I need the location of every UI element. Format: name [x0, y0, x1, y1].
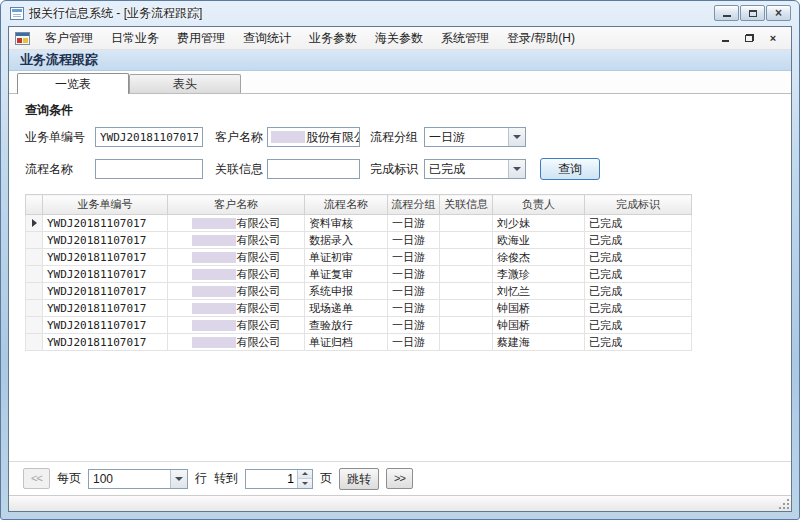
tab-header[interactable]: 表头: [129, 74, 241, 93]
table-row[interactable]: YWDJ20181107017 有限公司 数据录入 一日游 欧海业 已完成: [26, 232, 692, 249]
page-number-stepper[interactable]: [245, 469, 313, 489]
cell-customer-text: 有限公司: [237, 319, 281, 331]
mdi-minimize-button[interactable]: [717, 31, 733, 45]
table-row[interactable]: YWDJ20181107017 有限公司 单证初审 一日游 徐俊杰 已完成: [26, 249, 692, 266]
tab-overview[interactable]: 一览表: [17, 73, 129, 94]
per-page-value: 100: [89, 472, 170, 486]
menu-item-query-stats[interactable]: 查询统计: [234, 27, 300, 50]
cell-owner: 欧海业: [493, 232, 585, 249]
customer-name-label: 客户名称: [215, 129, 267, 146]
window-title: 报关行信息系统 - [业务流程跟踪]: [29, 5, 202, 22]
prev-page-button[interactable]: <<: [23, 468, 50, 489]
spin-up-button[interactable]: [298, 470, 312, 480]
cell-process-name: 单证复审: [305, 266, 388, 283]
page-number-input[interactable]: [246, 470, 297, 488]
column-header-status[interactable]: 完成标识: [585, 195, 692, 215]
related-info-input[interactable]: [267, 159, 360, 179]
order-no-input[interactable]: [95, 127, 203, 147]
status-bar: [9, 495, 791, 511]
cell-owner: 刘忆兰: [493, 283, 585, 300]
column-header-customer[interactable]: 客户名称: [168, 195, 305, 215]
cell-order-no: YWDJ20181107017: [43, 249, 168, 266]
tab-page-overview: 查询条件 业务单编号 客户名称 股份有限公司 流程分组 一日游: [9, 94, 791, 495]
restore-icon: [745, 34, 754, 42]
cell-customer-text: 有限公司: [237, 251, 281, 263]
table-row[interactable]: YWDJ20181107017 有限公司 单证归档 一日游 蔡建海 已完成: [26, 334, 692, 351]
chevron-down-icon[interactable]: [170, 470, 187, 488]
menu-item-login-help[interactable]: 登录/帮助(H): [498, 27, 584, 50]
jump-button[interactable]: 跳转: [339, 468, 379, 490]
cell-process-group: 一日游: [388, 300, 440, 317]
client-area: 客户管理 日常业务 费用管理 查询统计 业务参数 海关参数 系统管理 登录/帮助…: [8, 26, 792, 512]
cell-customer-text: 有限公司: [237, 336, 281, 348]
row-header-cell: [26, 215, 43, 232]
process-name-input[interactable]: [95, 159, 203, 179]
cell-customer: 有限公司: [168, 283, 305, 300]
mdi-close-button[interactable]: ×: [765, 31, 781, 45]
column-header-owner[interactable]: 负责人: [493, 195, 585, 215]
maximize-button[interactable]: [740, 5, 765, 21]
cell-process-group: 一日游: [388, 283, 440, 300]
mdi-restore-button[interactable]: [741, 31, 757, 45]
row-header-cell: [26, 334, 43, 351]
window-titlebar[interactable]: 报关行信息系统 - [业务流程跟踪] ×: [1, 1, 799, 26]
menu-item-fee-mgmt[interactable]: 费用管理: [168, 27, 234, 50]
cell-customer: 有限公司: [168, 300, 305, 317]
menu-item-daily-business[interactable]: 日常业务: [102, 27, 168, 50]
grid-body: YWDJ20181107017 有限公司 资料审核 一日游 刘少妹 已完成 YW…: [26, 215, 692, 351]
table-row[interactable]: YWDJ20181107017 有限公司 查验放行 一日游 钟国桥 已完成: [26, 317, 692, 334]
row-header-cell: [26, 249, 43, 266]
menu-item-customer-mgmt[interactable]: 客户管理: [36, 27, 102, 50]
minimize-button[interactable]: [714, 5, 739, 21]
cell-related-info: [440, 300, 493, 317]
results-table: 业务单编号 客户名称 流程名称 流程分组 关联信息 负责人 完成标识 YWDJ2…: [25, 194, 692, 351]
cell-status: 已完成: [585, 283, 692, 300]
table-row[interactable]: YWDJ20181107017 有限公司 现场递单 一日游 钟国桥 已完成: [26, 300, 692, 317]
cell-status: 已完成: [585, 266, 692, 283]
tab-header-label: 表头: [173, 77, 197, 91]
table-row[interactable]: YWDJ20181107017 有限公司 系统申报 一日游 刘忆兰 已完成: [26, 283, 692, 300]
cell-owner: 李溦珍: [493, 266, 585, 283]
cell-process-group: 一日游: [388, 215, 440, 232]
column-header-process-name[interactable]: 流程名称: [305, 195, 388, 215]
cell-process-name: 数据录入: [305, 232, 388, 249]
cell-status: 已完成: [585, 249, 692, 266]
menu-item-customs-params[interactable]: 海关参数: [366, 27, 432, 50]
mdi-child-icon: [15, 32, 30, 45]
close-button[interactable]: ×: [766, 5, 791, 21]
resize-grip[interactable]: [778, 498, 789, 509]
column-header-process-group[interactable]: 流程分组: [388, 195, 440, 215]
redacted-text-block: [192, 337, 236, 348]
menu-item-system-mgmt[interactable]: 系统管理: [432, 27, 498, 50]
next-page-button[interactable]: >>: [386, 468, 413, 489]
per-page-select[interactable]: 100: [88, 469, 188, 489]
results-grid-area: 业务单编号 客户名称 流程名称 流程分组 关联信息 负责人 完成标识 YWDJ2…: [9, 185, 791, 461]
cell-process-name: 单证初审: [305, 249, 388, 266]
customer-name-input[interactable]: 股份有限公司: [267, 127, 360, 147]
status-flag-select[interactable]: 已完成: [424, 159, 526, 179]
cell-process-name: 资料审核: [305, 215, 388, 232]
status-flag-value: 已完成: [425, 161, 508, 178]
mdi-window-controls: ×: [717, 31, 787, 45]
cell-customer-text: 有限公司: [237, 234, 281, 246]
table-row[interactable]: YWDJ20181107017 有限公司 单证复审 一日游 李溦珍 已完成: [26, 266, 692, 283]
cell-order-no: YWDJ20181107017: [43, 283, 168, 300]
menu-item-business-params[interactable]: 业务参数: [300, 27, 366, 50]
table-row[interactable]: YWDJ20181107017 有限公司 资料审核 一日游 刘少妹 已完成: [26, 215, 692, 232]
chevron-down-icon[interactable]: [508, 160, 525, 178]
process-group-select[interactable]: 一日游: [424, 127, 526, 147]
column-header-related-info[interactable]: 关联信息: [440, 195, 493, 215]
close-icon: ×: [775, 8, 782, 18]
query-section-title: 查询条件: [25, 102, 791, 119]
minimize-icon: [723, 14, 731, 17]
cell-customer-text: 有限公司: [237, 217, 281, 229]
cell-customer: 有限公司: [168, 317, 305, 334]
query-row-2: 流程名称 关联信息 完成标识 已完成 查询: [25, 158, 791, 180]
spin-down-button[interactable]: [298, 479, 312, 488]
tab-strip: 一览表 表头: [9, 71, 791, 94]
column-header-order-no[interactable]: 业务单编号: [43, 195, 168, 215]
search-button[interactable]: 查询: [540, 158, 600, 180]
page-unit-label: 页: [320, 470, 332, 487]
chevron-down-icon[interactable]: [508, 128, 525, 146]
cell-related-info: [440, 232, 493, 249]
